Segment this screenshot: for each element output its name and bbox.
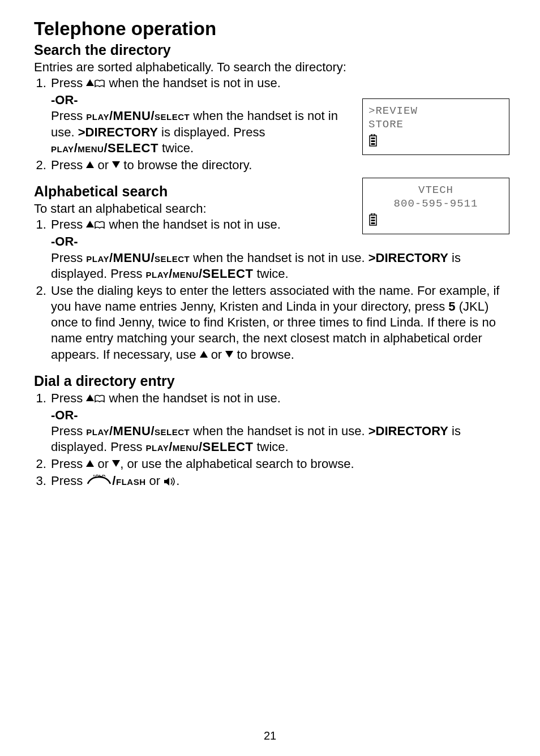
- lcd-line-1: VTECH: [368, 184, 503, 197]
- directory-book-icon: [94, 76, 105, 92]
- lcd-review-store: >REVIEW STORE: [362, 98, 509, 155]
- battery-icon: [368, 213, 503, 226]
- heading-search-directory: Search the directory: [34, 42, 509, 58]
- list-item: Press TALK/flash or .: [50, 473, 509, 490]
- talk-flash-key: TALK: [86, 474, 112, 490]
- play-menu-select-key: play/MENU/select: [86, 251, 190, 265]
- svg-rect-4: [371, 143, 375, 145]
- list-item: Use the dialing keys to enter the letter…: [50, 283, 509, 363]
- step-text: Press play/MENU/select when the handset …: [51, 108, 362, 156]
- lcd-line-2: 800-595-9511: [368, 197, 503, 211]
- up-arrow-icon: [86, 79, 94, 86]
- play-menu-select-key: play/MENU/select: [86, 109, 190, 123]
- down-arrow-icon: [225, 351, 233, 358]
- or-text: -OR-: [51, 234, 509, 250]
- heading-dial-entry: Dial a directory entry: [34, 373, 509, 389]
- lcd-line-1: >REVIEW: [368, 105, 503, 118]
- speaker-icon: [164, 474, 176, 490]
- up-arrow-icon: [86, 460, 94, 467]
- svg-rect-2: [371, 138, 375, 139]
- list-dial: Press when the handset is not in use. -O…: [34, 390, 509, 491]
- play-menu-select-key: play/menu/SELECT: [146, 267, 254, 281]
- page-number: 21: [0, 729, 540, 742]
- directory-book-icon: [94, 218, 105, 234]
- up-arrow-icon: [86, 161, 94, 168]
- down-arrow-icon: [112, 161, 120, 168]
- play-menu-select-key: play/menu/SELECT: [51, 141, 158, 155]
- down-arrow-icon: [112, 460, 120, 467]
- page-title: Telephone operation: [34, 18, 509, 40]
- lcd-vtech-number: VTECH 800-595-9511: [362, 178, 509, 234]
- play-menu-select-key: play/MENU/select: [86, 424, 190, 438]
- flash-label: /flash: [112, 474, 145, 488]
- svg-rect-7: [371, 217, 375, 218]
- up-arrow-icon: [86, 394, 94, 401]
- up-arrow-icon: [86, 221, 94, 227]
- svg-rect-8: [371, 220, 375, 221]
- manual-page: >REVIEW STORE VTECH 800-595-9511 Tel: [0, 0, 540, 756]
- or-text: -OR-: [51, 407, 509, 423]
- list-item: Press when the handset is not in use. -O…: [50, 390, 509, 456]
- battery-icon: [368, 134, 503, 147]
- list-item: Press or , or use the alphabetical searc…: [50, 456, 509, 472]
- list-alpha: Press when the handset is not in use. -O…: [34, 217, 509, 362]
- step-text: Press when the handset is not in use.: [51, 75, 362, 92]
- step-text: Press play/MENU/select when the handset …: [51, 423, 509, 455]
- svg-rect-3: [371, 140, 375, 142]
- svg-text:TALK: TALK: [93, 475, 106, 478]
- up-arrow-icon: [200, 351, 208, 358]
- lcd-line-2: STORE: [368, 118, 503, 132]
- play-menu-select-key: play/menu/SELECT: [146, 440, 254, 454]
- step-text: Press play/MENU/select when the handset …: [51, 250, 509, 282]
- step-text: Press when the handset is not in use.: [51, 390, 509, 407]
- svg-rect-9: [371, 222, 375, 224]
- directory-book-icon: [94, 392, 105, 407]
- lead-search: Entries are sorted alphabetically. To se…: [34, 59, 509, 75]
- list-item: Press or to browse the directory.: [50, 157, 509, 173]
